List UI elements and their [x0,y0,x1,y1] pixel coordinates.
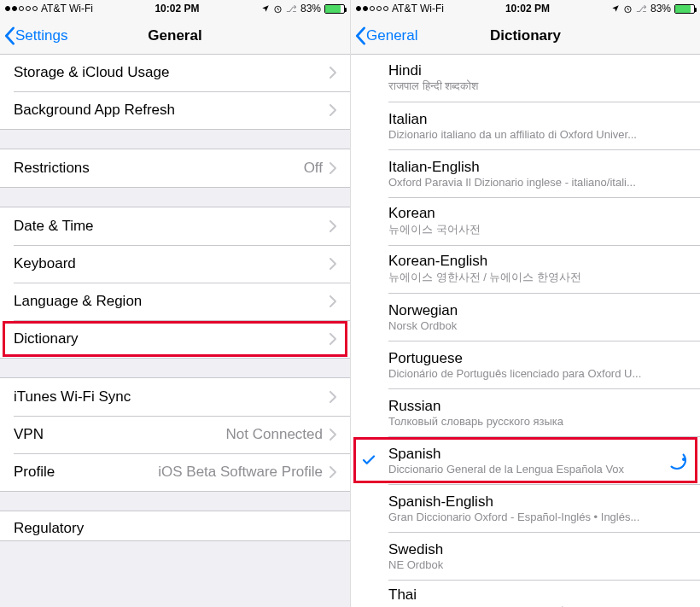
checkmark-icon [361,452,376,468]
carrier-label: AT&T Wi-Fi [41,3,93,15]
back-button[interactable]: Settings [0,26,67,45]
row-label: Background App Refresh [14,102,330,119]
dictionary-subtitle: Diccionario General de la Lengua Español… [388,463,661,476]
dictionary-row[interactable]: NorwegianNorsk Ordbok [351,293,700,341]
dictionary-title: Korean [388,205,686,222]
dictionary-row[interactable]: Spanish-EnglishGran Diccionario Oxford -… [351,484,700,532]
chevron-right-icon [330,391,336,403]
row-value: iOS Beta Software Profile [158,464,323,481]
settings-row[interactable]: Regulatory [0,511,350,540]
dictionary-title: Russian [388,398,686,415]
location-icon [261,4,270,13]
dictionary-title: Portuguese [388,350,686,367]
dictionary-title: Norwegian [388,302,686,319]
row-label: Storage & iCloud Usage [14,64,330,81]
row-label: Profile [14,464,158,481]
chevron-left-icon [3,26,15,45]
settings-row[interactable]: Keyboard [0,245,350,283]
status-time: 10:02 PM [155,3,199,15]
chevron-right-icon [330,333,336,345]
dictionary-subtitle: พจนานุกรม ฉบับทันสมัยและสมบูรณ์ [388,604,686,607]
chevron-right-icon [330,429,336,441]
row-label: Date & Time [14,218,330,235]
chevron-left-icon [354,26,366,45]
dictionary-subtitle: Dizionario italiano da un affiliato di O… [388,128,686,141]
battery-pct: 83% [650,3,671,15]
bluetooth-icon: ⎇ [286,3,297,15]
dictionary-row[interactable]: PortugueseDicionário de Português licenc… [351,341,700,388]
settings-row[interactable]: RestrictionsOff [0,149,350,187]
chevron-right-icon [330,104,336,116]
row-label: VPN [14,426,226,443]
settings-row[interactable]: VPNNot Connected [0,416,350,453]
dictionary-title: Spanish [388,446,661,463]
dictionary-subtitle: Gran Diccionario Oxford - Español-Inglés… [388,511,686,523]
dictionary-subtitle: 뉴에이스 국어사전 [388,222,686,237]
back-label: Settings [15,27,67,44]
dictionary-title: Thai [388,587,686,604]
status-right: ⎇ 83% [611,3,695,15]
chevron-right-icon [330,162,336,174]
loading-spinner-icon [668,451,686,470]
bluetooth-icon: ⎇ [636,3,647,15]
signal-dots [5,6,38,11]
dictionary-row[interactable]: RussianТолковый словарь русского языка [351,388,700,436]
battery-pct: 83% [300,3,321,15]
dictionary-row[interactable]: SpanishDiccionario General de la Lengua … [351,436,700,484]
dictionary-row[interactable]: ItalianDizionario italiano da un affilia… [351,102,700,149]
settings-row[interactable]: Date & Time [0,207,350,245]
dictionary-title: Hindi [388,62,686,79]
row-value: Off [304,160,323,177]
settings-row[interactable]: Dictionary [0,320,350,358]
dictionary-row[interactable]: Korean-English뉴에이스 영한사전 / 뉴에이스 한영사전 [351,245,700,293]
signal-dots [356,6,388,11]
settings-row[interactable]: ProfileiOS Beta Software Profile [0,453,350,491]
phone-right: AT&T Wi-Fi 10:02 PM ⎇ 83% General Dictio… [350,0,700,607]
nav-bar: Settings General [0,17,350,55]
status-right: ⎇ 83% [261,3,345,15]
dictionary-subtitle: Толковый словарь русского языка [388,415,686,428]
carrier-label: AT&T Wi-Fi [392,3,444,15]
dictionary-subtitle: 뉴에이스 영한사전 / 뉴에이스 한영사전 [388,270,686,285]
chevron-right-icon [330,67,336,79]
row-label: Dictionary [14,330,330,347]
row-label: Language & Region [14,293,330,310]
battery-icon [324,4,345,14]
dictionary-title: Italian-English [388,159,686,176]
dictionary-title: Korean-English [388,253,686,270]
location-icon [611,4,620,13]
dictionary-subtitle: Oxford Paravia Il Dizionario inglese - i… [388,176,686,189]
settings-list[interactable]: Storage & iCloud UsageBackground App Ref… [0,55,350,607]
dictionary-row[interactable]: Hindiराजपाल हिन्दी शब्दकोश [351,55,700,102]
back-button[interactable]: General [351,26,417,45]
dictionary-row[interactable]: SwedishNE Ordbok [351,532,700,580]
status-bar: AT&T Wi-Fi 10:02 PM ⎇ 83% [0,0,350,17]
dictionary-subtitle: राजपाल हिन्दी शब्दकोश [388,79,686,93]
chevron-right-icon [330,295,336,307]
status-time: 10:02 PM [505,3,550,15]
status-left: AT&T Wi-Fi [356,3,444,15]
status-bar: AT&T Wi-Fi 10:02 PM ⎇ 83% [351,0,700,17]
settings-row[interactable]: Background App Refresh [0,91,350,129]
dictionary-subtitle: NE Ordbok [388,558,686,571]
battery-icon [674,4,695,14]
settings-row[interactable]: Storage & iCloud Usage [0,55,350,91]
chevron-right-icon [330,220,336,232]
dictionary-title: Italian [388,111,686,128]
settings-row[interactable]: iTunes Wi-Fi Sync [0,378,350,416]
dictionary-title: Swedish [388,541,686,558]
dictionary-title: Spanish-English [388,493,686,511]
alarm-icon [623,4,633,14]
settings-row[interactable]: Language & Region [0,283,350,320]
dictionary-subtitle: Dicionário de Português licenciado para … [388,367,686,380]
dictionary-row[interactable]: Italian-EnglishOxford Paravia Il Diziona… [351,149,700,197]
dictionary-row[interactable]: Korean뉴에이스 국어사전 [351,197,700,245]
chevron-right-icon [330,466,336,478]
row-label: Regulatory [14,520,336,537]
row-label: iTunes Wi-Fi Sync [14,388,330,406]
alarm-icon [273,4,283,14]
status-left: AT&T Wi-Fi [5,3,93,15]
row-label: Keyboard [14,255,330,272]
dictionary-list[interactable]: Hindiराजपाल हिन्दी शब्दकोशItalianDiziona… [351,55,700,607]
dictionary-row[interactable]: Thaiพจนานุกรม ฉบับทันสมัยและสมบูรณ์ [351,580,700,607]
